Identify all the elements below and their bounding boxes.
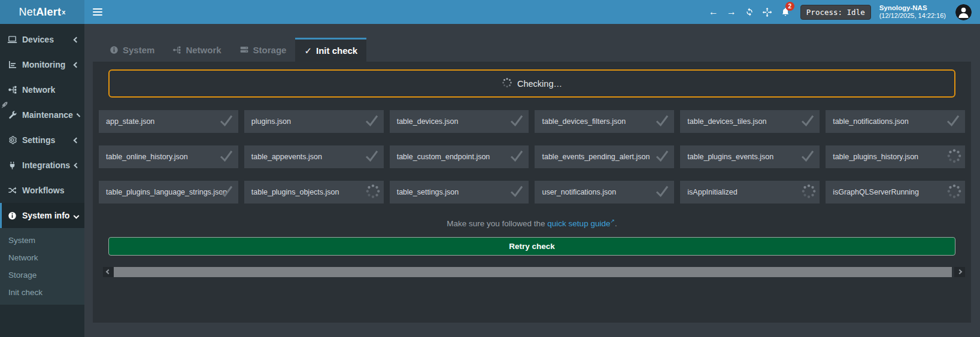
check-item: isGraphQLServerRunning [826, 181, 965, 204]
tab-network[interactable]: Network [163, 38, 230, 62]
brand-sup: x [62, 8, 65, 16]
check-item: table_custom_endpoint.json [390, 145, 529, 168]
chevron-left-icon [74, 37, 80, 42]
notification-count-badge: 2 [785, 2, 794, 11]
host-info: Synology-NAS (12/12/2025, 14:22:16) [879, 4, 946, 20]
submenu-item-storage[interactable]: Storage [0, 266, 84, 284]
submenu-item-init-check[interactable]: Init check [0, 284, 84, 301]
check-item: table_plugins_language_strings.json [99, 181, 238, 204]
submenu-item-label: System [8, 236, 35, 245]
check-item: table_plugins_objects.json [244, 181, 384, 204]
chevron-left-icon [106, 269, 111, 274]
tab-storage[interactable]: Storage [230, 38, 296, 62]
submenu-item-system[interactable]: System [0, 232, 84, 249]
sidebar-item-label: Integrations [22, 160, 70, 170]
brand-bold: Alert [36, 6, 61, 19]
submenu-item-label: Network [8, 253, 38, 262]
sidebar-item-network[interactable]: Network [0, 77, 84, 102]
scroll-left-button[interactable] [103, 267, 114, 277]
navbar-right: ← → 2 Process: Idle Synology-NAS (12/12/… [84, 0, 980, 24]
check-item-label: table_appevents.json [251, 153, 322, 161]
sidebar-item-label: Network [22, 85, 78, 95]
back-arrow-icon[interactable]: ← [705, 0, 723, 24]
tab-system[interactable]: System [101, 38, 163, 62]
check-item: table_online_history.json [99, 145, 238, 168]
check-success-icon [508, 184, 526, 201]
main-content: System Network Storage ✓ Init check Chec… [84, 24, 980, 337]
notifications-bell-icon[interactable]: 2 [776, 0, 794, 24]
horizontal-scrollbar[interactable] [103, 267, 965, 277]
network-icon [172, 45, 181, 54]
sidebar-item-devices[interactable]: Devices [0, 27, 84, 52]
tab-label: Storage [253, 45, 287, 55]
host-timestamp: (12/12/2025, 14:22:16) [879, 12, 946, 20]
retry-check-button[interactable]: Retry check [108, 237, 955, 256]
sidebar-item-monitoring[interactable]: Monitoring [0, 52, 84, 77]
spinner-icon [946, 184, 962, 201]
checking-status-box: Checking… [108, 69, 955, 98]
sidebar: Devices Monitoring Network Maintenance S… [0, 24, 84, 337]
sidebar-toggle-button[interactable] [93, 8, 102, 16]
check-success-icon [944, 114, 962, 130]
check-success-icon [508, 149, 526, 165]
check-success-icon [217, 149, 235, 165]
brand-pre: Net [19, 6, 37, 19]
check-success-icon [217, 184, 235, 201]
check-item: isAppInitialized [680, 181, 820, 204]
check-item-label: table_plugins_language_strings.json [106, 188, 227, 196]
spinner-icon [801, 184, 817, 201]
checking-status-text: Checking… [517, 79, 562, 89]
check-success-icon [653, 114, 671, 130]
guide-text-prefix: Make sure you followed the [447, 219, 547, 228]
check-item-label: table_plugins_history.json [833, 153, 918, 161]
sidebar-item-label: Settings [22, 135, 69, 145]
check-item: table_notifications.json [826, 110, 965, 133]
external-link-icon: ↗ [610, 218, 615, 224]
check-item-label: table_online_history.json [106, 153, 188, 161]
chevron-left-icon [74, 162, 80, 168]
setup-guide-hint: Make sure you followed the quick setup g… [99, 218, 965, 228]
app-logo[interactable]: NetAlertx [0, 0, 84, 24]
sidebar-item-label: Workflows [22, 186, 78, 195]
check-success-icon [799, 149, 817, 165]
info-circle-icon [110, 45, 119, 54]
network-icon [7, 85, 17, 95]
check-items-grid: app_state.json plugins.json table_device… [99, 110, 965, 204]
chevron-right-icon [957, 269, 962, 274]
init-check-panel: Checking… app_state.json plugins.json ta… [93, 62, 971, 323]
submenu-item-network[interactable]: Network [0, 249, 84, 266]
scroll-right-button[interactable] [954, 267, 965, 277]
sidebar-item-settings[interactable]: Settings [0, 127, 84, 153]
user-avatar[interactable] [955, 4, 972, 20]
sidebar-item-integrations[interactable]: Integrations [0, 153, 84, 178]
system-info-submenu: System Network Storage Init check [0, 228, 84, 305]
scrollbar-track[interactable] [114, 267, 952, 277]
refresh-icon[interactable] [741, 0, 758, 24]
chevron-left-icon [74, 62, 80, 68]
check-success-icon [217, 114, 235, 130]
check-item: table_devices_tiles.json [680, 110, 820, 133]
check-item: table_plugins_events.json [680, 145, 820, 168]
move-icon[interactable] [758, 0, 776, 24]
sidebar-item-maintenance[interactable]: Maintenance [0, 102, 84, 127]
forward-arrow-icon[interactable]: → [723, 0, 741, 24]
check-item: user_notifications.json [535, 181, 674, 204]
sidebar-item-label: Monitoring [22, 60, 69, 69]
sidebar-item-label: Devices [22, 35, 69, 44]
sidebar-item-system-info[interactable]: System info [0, 203, 84, 228]
check-success-icon [508, 114, 526, 130]
check-item-label: table_notifications.json [833, 117, 908, 126]
check-item-label: plugins.json [251, 117, 291, 126]
sidebar-item-workflows[interactable]: Workflows [0, 178, 84, 203]
tab-init-check[interactable]: ✓ Init check [295, 38, 366, 62]
top-navbar: NetAlertx ← → 2 Process: Idle Synology-N… [0, 0, 980, 24]
check-item-label: table_devices_filters.json [542, 117, 626, 126]
check-item: table_events_pending_alert.json [535, 145, 674, 168]
chart-icon [7, 60, 17, 69]
tab-label: Init check [316, 45, 357, 56]
spinner-icon [502, 77, 512, 90]
quick-setup-guide-link[interactable]: quick setup guide [547, 219, 610, 228]
plug-icon [7, 161, 17, 170]
check-item-label: table_plugins_objects.json [251, 188, 339, 196]
check-success-icon [363, 114, 381, 130]
